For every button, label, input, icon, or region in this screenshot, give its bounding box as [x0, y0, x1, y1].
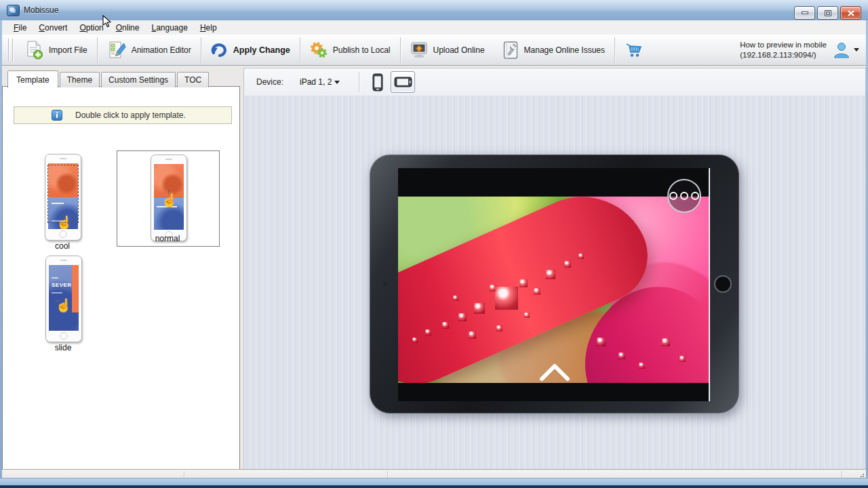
manage-online-issues-button[interactable]: Manage Online Issues: [494, 37, 614, 64]
animation-editor-button[interactable]: Animation Editor: [98, 37, 200, 64]
phone-speaker: [60, 260, 67, 261]
menu-help[interactable]: Help: [194, 21, 223, 35]
preview-hint-line2: (192.168.2.113:9094/): [740, 50, 827, 60]
camera-icon: [383, 282, 387, 286]
toolbar-gripper: [8, 39, 13, 62]
tab-toc[interactable]: TOC: [177, 72, 209, 87]
publish-local-icon: [310, 41, 328, 59]
mouse-cursor: [102, 15, 111, 28]
import-file-label: Import File: [49, 45, 87, 55]
menu-dot: [691, 192, 699, 200]
upload-online-label: Upload Online: [433, 45, 485, 55]
toolbar-separator: [400, 37, 401, 63]
menubar: File Convert Option Online Language Help: [2, 20, 866, 35]
close-button[interactable]: [840, 6, 861, 20]
app-icon: [7, 5, 20, 16]
store-cart-button[interactable]: [616, 37, 651, 64]
maximize-icon: [825, 10, 831, 16]
portrait-phone-icon: [372, 73, 383, 92]
preview-panel: Device: iPad 1, 2: [243, 68, 866, 470]
publish-to-local-button[interactable]: Publish to Local: [301, 37, 399, 64]
device-value: iPad 1, 2: [300, 77, 332, 87]
toolbar-separator: [97, 37, 98, 63]
device-select[interactable]: iPad 1, 2: [296, 75, 344, 89]
tap-hand-icon: ☝: [161, 194, 178, 207]
apply-change-label: Apply Change: [233, 45, 290, 55]
close-icon: [848, 10, 854, 16]
window-frame-bottom: [0, 478, 868, 488]
template-slide-thumbnail[interactable]: SEVER ↔ ☝: [45, 256, 82, 342]
menu-dot: [680, 192, 688, 200]
portrait-orientation-button[interactable]: [369, 72, 387, 92]
maximize-button[interactable]: [817, 6, 838, 20]
toolbar: Import File Animation Editor Apply Chang…: [2, 35, 866, 66]
template-slide-text: SEVER: [52, 282, 72, 288]
landscape-orientation-button[interactable]: [391, 71, 415, 93]
preview-canvas: [243, 96, 866, 470]
orange-stripe: [72, 265, 79, 312]
menu-language[interactable]: Language: [145, 21, 193, 35]
landscape-phone-icon: [394, 77, 412, 87]
import-file-icon: [26, 41, 43, 60]
user-account-icon[interactable]: [832, 41, 851, 60]
template-normal-label: normal: [117, 234, 218, 243]
toolbar-separator: [614, 37, 615, 63]
publish-to-local-label: Publish to Local: [333, 45, 391, 55]
tab-theme[interactable]: Theme: [60, 72, 100, 87]
ipad-home-button[interactable]: [714, 275, 732, 293]
toolbar-separator: [201, 37, 201, 63]
menu-online[interactable]: Online: [110, 21, 146, 35]
upload-online-button[interactable]: Upload Online: [401, 37, 494, 64]
menu-convert[interactable]: Convert: [33, 21, 73, 35]
template-normal-screen: ↑ ☝: [154, 164, 184, 230]
water-droplets: [398, 197, 709, 383]
import-file-button[interactable]: Import File: [17, 37, 96, 64]
phone-home-button: [60, 332, 68, 340]
preview-hint-group: How to preview in mobile (192.168.2.113:…: [740, 40, 866, 60]
swipe-up-chevron[interactable]: [539, 363, 570, 382]
manage-online-issues-label: Manage Online Issues: [524, 45, 605, 55]
template-normal-thumbnail[interactable]: ↑ ☝: [151, 155, 187, 241]
tap-hand-icon: ☝: [56, 299, 72, 312]
animation-editor-icon: [107, 41, 126, 60]
apply-change-button[interactable]: Apply Change: [202, 37, 299, 64]
tab-template[interactable]: Template: [7, 70, 58, 88]
menu-file[interactable]: File: [7, 21, 33, 35]
preview-hint-line1: How to preview in mobile: [740, 40, 827, 50]
window-title: Mobissue: [24, 5, 58, 15]
notice-text: Double click to apply template.: [75, 110, 186, 120]
notice-bar: Double click to apply template.: [14, 106, 232, 124]
flipbook-menu-button[interactable]: [667, 179, 701, 213]
minimize-button[interactable]: [794, 6, 815, 20]
device-bar-separator: [359, 72, 359, 92]
template-cool-label: cool: [45, 241, 80, 251]
ipad-screen: [398, 168, 710, 401]
phone-speaker: [165, 159, 172, 160]
sidebar: Template Theme Custom Settings TOC Doubl…: [2, 65, 242, 470]
flipbook-page-photo[interactable]: [398, 197, 709, 383]
animation-editor-label: Animation Editor: [132, 45, 191, 55]
manage-online-issues-icon: [502, 41, 519, 60]
device-dropdown-caret: [334, 81, 340, 84]
template-panel: Double click to apply template. ☝ cool: [2, 86, 240, 470]
info-icon: [52, 110, 62, 121]
toolbar-separator: [300, 37, 300, 63]
phone-home-button: [60, 230, 67, 238]
template-slide-screen: SEVER ↔ ☝: [49, 265, 79, 331]
template-slide-label: slide: [45, 343, 81, 352]
titlebar: Mobissue: [0, 0, 868, 21]
sidebar-tabs: Template Theme Custom Settings TOC: [7, 69, 210, 87]
device-label: Device:: [256, 77, 283, 87]
text-line: [52, 292, 62, 293]
upload-online-icon: [410, 41, 428, 59]
ipad-device-frame: [370, 155, 739, 413]
shopping-cart-icon: [625, 42, 642, 58]
phone-speaker: [60, 158, 66, 159]
apply-change-icon: [211, 43, 228, 58]
account-dropdown-caret[interactable]: [854, 48, 859, 52]
tab-custom-settings[interactable]: Custom Settings: [101, 72, 176, 87]
window-frame-left: [0, 20, 2, 488]
template-normal-cell[interactable]: ↑ ☝ normal: [117, 150, 220, 247]
app-window: Mobissue File Convert Option Online Lang…: [0, 0, 868, 488]
template-cool-thumbnail[interactable]: ☝: [45, 154, 81, 241]
